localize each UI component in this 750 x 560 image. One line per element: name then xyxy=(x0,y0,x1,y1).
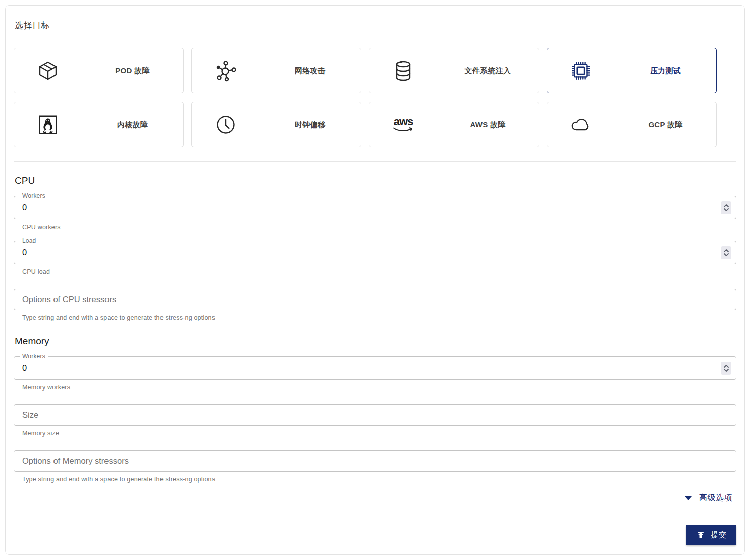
target-card-network-attack[interactable]: 网络攻击 xyxy=(191,48,361,93)
cpu-load-field-group: Load CPU load xyxy=(14,241,736,275)
target-card-gcp-fault[interactable]: GCP 故障 xyxy=(547,102,717,147)
cpu-load-helper: CPU load xyxy=(22,268,736,275)
target-card-label: 内核故障 xyxy=(82,120,183,130)
memory-size-input[interactable] xyxy=(14,410,708,420)
target-card-label: AWS 故障 xyxy=(437,120,539,130)
target-card-kernel-fault[interactable]: 内核故障 xyxy=(14,102,184,147)
memory-options-helper: Type string and end with a space to gene… xyxy=(22,476,736,483)
target-card-label: 时钟偏移 xyxy=(259,120,361,130)
memory-workers-input[interactable] xyxy=(14,363,708,373)
memory-size-helper: Memory size xyxy=(22,430,736,437)
cpu-workers-label: Workers xyxy=(20,192,48,199)
cpu-load-input[interactable] xyxy=(14,248,708,257)
submit-button-label: 提交 xyxy=(711,530,727,540)
target-card-grid: POD 故障 网络攻击 xyxy=(14,48,717,147)
publish-upload-icon xyxy=(695,530,706,540)
number-spinner[interactable] xyxy=(721,201,731,214)
target-card-label: 网络攻击 xyxy=(259,66,361,76)
submit-button[interactable]: 提交 xyxy=(686,525,736,545)
cpu-chip-icon xyxy=(547,59,615,82)
chevron-down-icon xyxy=(685,496,692,500)
cpu-load-field: Load xyxy=(14,241,736,264)
memory-workers-field: Workers xyxy=(14,356,736,380)
memory-options-field xyxy=(14,450,736,472)
cpu-workers-field-group: Workers CPU workers xyxy=(14,196,736,231)
new-experiment-panel: 选择目标 POD 故障 xyxy=(5,5,745,555)
number-spinner[interactable] xyxy=(721,246,731,259)
pod-cube-icon xyxy=(14,59,82,83)
cpu-options-helper: Type string and end with a space to gene… xyxy=(22,314,736,321)
cpu-workers-input[interactable] xyxy=(14,203,708,212)
clock-icon xyxy=(192,113,259,137)
target-card-pod-fault[interactable]: POD 故障 xyxy=(14,48,184,93)
target-card-filesystem-injection[interactable]: 文件系统注入 xyxy=(369,48,539,93)
memory-size-field-group: Memory size xyxy=(14,404,736,437)
target-card-aws-fault[interactable]: aws AWS 故障 xyxy=(369,102,539,147)
cpu-load-label: Load xyxy=(20,237,39,244)
memory-size-field xyxy=(14,404,736,426)
memory-workers-field-group: Workers Memory workers xyxy=(14,356,736,391)
page-title: 选择目标 xyxy=(15,20,736,31)
memory-workers-label: Workers xyxy=(20,353,48,360)
submit-row: 提交 xyxy=(14,525,736,545)
target-card-label: 压力测试 xyxy=(615,66,716,76)
target-card-label: GCP 故障 xyxy=(615,120,716,130)
cpu-options-field-group: Type string and end with a space to gene… xyxy=(14,289,736,321)
memory-workers-helper: Memory workers xyxy=(22,384,736,391)
cpu-workers-field: Workers xyxy=(14,196,736,219)
network-attack-icon xyxy=(192,59,259,83)
linux-tux-icon xyxy=(14,113,82,136)
cloud-icon xyxy=(547,113,615,137)
advanced-options-row: 高级选项 xyxy=(14,493,736,503)
memory-section-heading: Memory xyxy=(15,335,736,347)
cpu-options-field xyxy=(14,289,736,310)
advanced-options-button[interactable]: 高级选项 xyxy=(699,493,732,503)
memory-options-input[interactable] xyxy=(14,456,708,466)
aws-logo-icon: aws xyxy=(369,117,437,133)
target-card-clock-skew[interactable]: 时钟偏移 xyxy=(191,102,361,147)
cpu-workers-helper: CPU workers xyxy=(22,223,736,231)
aws-logo-text: aws xyxy=(394,117,413,127)
memory-options-field-group: Type string and end with a space to gene… xyxy=(14,450,736,483)
cpu-section-heading: CPU xyxy=(15,175,736,186)
target-card-label: 文件系统注入 xyxy=(437,66,539,76)
filesystem-database-icon xyxy=(369,59,437,83)
target-card-label: POD 故障 xyxy=(82,66,183,76)
number-spinner[interactable] xyxy=(721,362,731,375)
target-card-stress-test[interactable]: 压力测试 xyxy=(547,48,717,93)
section-divider xyxy=(14,161,736,162)
cpu-options-input[interactable] xyxy=(14,295,708,304)
